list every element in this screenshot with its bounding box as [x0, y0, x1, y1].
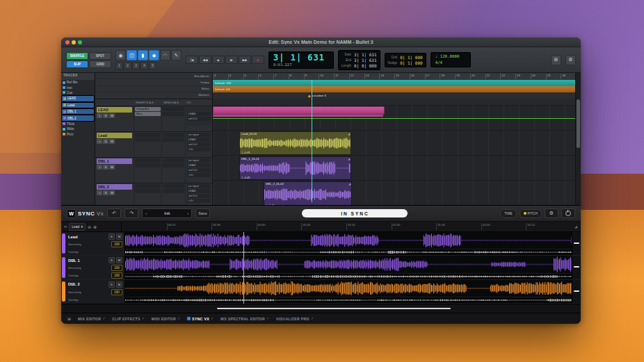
io-value[interactable]	[187, 107, 211, 111]
strip-track-name[interactable]: DBL 2	[97, 184, 132, 190]
insert-slot-empty[interactable]	[135, 158, 161, 163]
gain-slider[interactable]	[572, 232, 581, 255]
audio-clip-dbl1[interactable]: DBL_1_01-01 1 -0:48 ◢	[239, 156, 351, 180]
sends-slots[interactable]	[162, 106, 186, 131]
tracks-panel-header[interactable]: TRACKS	[61, 73, 95, 80]
io-value[interactable]: LEAD	[187, 163, 211, 167]
record-arm-button[interactable]: ●	[97, 113, 102, 118]
insert-slot-empty[interactable]	[135, 163, 161, 167]
plugin-time-ruler[interactable]: 00:1500:3000:4501:0001:1501:3001:4502:00…	[122, 222, 571, 231]
focus-track-selector[interactable]: Lead ▾	[69, 223, 86, 231]
track-list-item-wide[interactable]: Wide	[61, 126, 95, 131]
mute-button[interactable]: M	[116, 281, 122, 288]
preset-prev-icon[interactable]: ‹	[145, 211, 147, 215]
solo-button[interactable]: S	[108, 281, 115, 288]
track-list-item-inst[interactable]: Inst	[61, 85, 95, 90]
marker-location[interactable]: ◆ Location 5	[308, 92, 326, 99]
tempo-meter-display[interactable]: ♩ 120.0000 4/4	[430, 52, 471, 67]
mute-button[interactable]: M	[116, 233, 122, 240]
edit-mode-spot[interactable]: SPOT	[89, 52, 111, 60]
gear-icon[interactable]: ⚙	[565, 55, 576, 65]
meter-ruler[interactable]: Default: 4/4	[213, 86, 576, 92]
edit-mode-grid[interactable]: GRID	[89, 60, 111, 68]
insert-slot-empty[interactable]	[135, 189, 161, 193]
send-slot-empty[interactable]	[163, 158, 184, 163]
gain-slider[interactable]	[572, 280, 581, 303]
bottom-tab-sync-vx[interactable]: SYNC VX↗	[187, 317, 214, 321]
track-strip-dbl-1[interactable]: DBL 1●SMno inputLEADvol 0.0<0>	[95, 158, 212, 183]
send-slot-empty[interactable]	[163, 163, 184, 167]
param-value-box[interactable]: 100	[111, 289, 122, 295]
fade-handle-icon[interactable]: ◢	[348, 157, 350, 161]
solo-button[interactable]: S	[103, 139, 108, 144]
solo-button[interactable]: S	[108, 257, 115, 263]
ff-button[interactable]: ▶▶	[239, 56, 251, 64]
send-slot-empty[interactable]	[163, 138, 184, 142]
bottom-tab-midi-editor[interactable]: MIDI EDITOR↗	[152, 317, 180, 321]
audio-clip-lead[interactable]: Lead_01-01 1 -0:48 ◢	[239, 131, 351, 155]
close-button[interactable]	[65, 40, 70, 44]
waveform-display[interactable]	[125, 256, 572, 279]
mute-button[interactable]: M	[109, 190, 115, 195]
io-value[interactable]: vol 0.0	[187, 168, 211, 172]
bottom-tab-visualizer-pro[interactable]: VISUALIZER PRO↗	[276, 317, 314, 321]
play-button[interactable]: ▶	[225, 56, 238, 64]
zoom-in-icon[interactable]: ⊕	[93, 224, 97, 229]
plugin-track-controls[interactable]: DBL 2SMSensitivity100Overlap	[61, 280, 125, 303]
clip-lanes[interactable]: Lead_01-01 1 -0:48 ◢ DBL_1_01-01 1 -0:48…	[213, 105, 576, 205]
folder-group-clip[interactable]	[213, 106, 385, 115]
io-value[interactable]: <0>	[187, 147, 211, 151]
gain-handle[interactable]	[574, 290, 579, 292]
io-column[interactable]: no inputLEADvol 0.0<0>	[186, 158, 212, 183]
mute-button[interactable]: M	[116, 257, 122, 263]
record-arm-button[interactable]: ●	[97, 165, 102, 170]
record-arm-button[interactable]: ●	[97, 139, 102, 144]
send-slot-empty[interactable]	[163, 107, 184, 111]
plugin-track-controls[interactable]: LeadSMSensitivity100Overlap	[61, 232, 125, 255]
io-value[interactable]: <0>	[187, 173, 211, 177]
fade-handle-icon[interactable]: ◢	[348, 182, 351, 186]
gain-handle[interactable]	[574, 266, 579, 268]
io-value[interactable]: vol 0.0	[187, 194, 211, 198]
strip-track-name[interactable]: Lead	[97, 133, 132, 138]
ruler-label-tempo[interactable]: Tempo	[95, 79, 212, 85]
plugin-power-button[interactable]	[561, 208, 575, 218]
home-button[interactable]: |◀	[186, 56, 198, 64]
link-icon[interactable]: ∞	[64, 224, 67, 229]
select-tool-icon[interactable]: ▮	[138, 50, 148, 60]
io-value[interactable]: vol 0.0	[187, 117, 211, 121]
inserts-slots[interactable]	[134, 132, 162, 157]
undo-button[interactable]: ↶	[107, 208, 121, 218]
solo-button[interactable]: S	[103, 113, 108, 118]
io-value[interactable]: vol 0.0	[187, 142, 211, 147]
insert-slot[interactable]: Comp AQ	[135, 107, 161, 111]
plugin-settings-gear-icon[interactable]: ⚙	[545, 208, 558, 218]
insert-slot-empty[interactable]	[135, 184, 161, 188]
fade-handle-icon[interactable]: ◢	[348, 132, 350, 135]
ruler-label-bars-beats[interactable]: Bars|Beats	[95, 73, 212, 79]
inserts-slots[interactable]	[134, 158, 162, 183]
grid-view-icon[interactable]: ⊞	[551, 55, 561, 65]
record-arm-button[interactable]: ●	[97, 190, 102, 195]
track-list-item-dbl-2[interactable]: DBL 2	[61, 115, 95, 121]
send-slot-empty[interactable]	[163, 189, 184, 193]
bottom-tab-clip-effects[interactable]: CLIP EFFECTS↗	[112, 317, 144, 321]
solo-button[interactable]: S	[108, 233, 115, 240]
sends-slots[interactable]	[162, 132, 186, 157]
track-strip-lead[interactable]: Lead●SMno inputLEADvol 0.0<0>	[95, 132, 212, 158]
insert-slot-empty[interactable]	[135, 138, 161, 142]
io-value[interactable]: LEAD	[187, 112, 211, 116]
grab-tool-icon[interactable]: ◆	[149, 50, 159, 60]
edit-mode-slip[interactable]: SLIP	[66, 60, 88, 68]
param-value-box[interactable]: 100	[111, 265, 122, 271]
scrub-tool-icon[interactable]: ◠	[160, 50, 170, 60]
io-value[interactable]: no input	[187, 158, 211, 163]
redo-button[interactable]: ↷	[124, 208, 138, 218]
zoom-preset-5[interactable]: 5	[149, 62, 156, 69]
main-counter-display[interactable]: 3| 1| 631 0:03.227	[268, 51, 334, 69]
io-value[interactable]: no input	[187, 133, 211, 137]
minimize-button[interactable]	[72, 40, 76, 44]
insert-slot-empty[interactable]	[135, 133, 161, 137]
stop-button[interactable]: ■	[212, 56, 225, 64]
ruler-label-markers[interactable]: Markers	[95, 92, 212, 99]
